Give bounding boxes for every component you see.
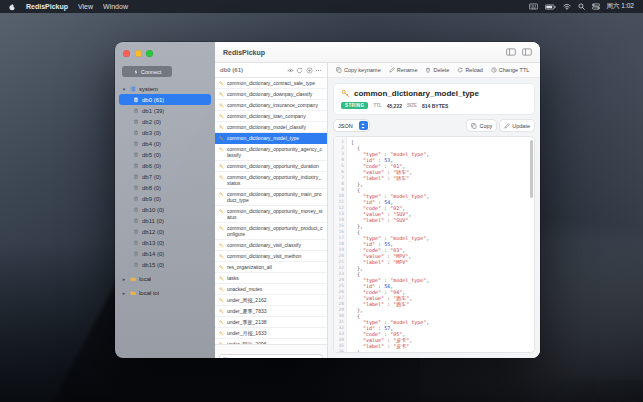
sidebar-db-db9[interactable]: db9 (0) xyxy=(119,193,211,204)
key-list-item[interactable]: tasks xyxy=(215,273,327,284)
key-detail-panel: Copy keynameRenameDeleteReloadChange TTL… xyxy=(328,63,540,358)
key-list-item-label: common_dictionary_loan_company xyxy=(227,113,306,119)
key-list-item[interactable]: under_周报_2162 xyxy=(215,295,327,306)
key-list-item[interactable]: common_dictionary_visit_classify xyxy=(215,240,327,251)
db-label: db2 (0) xyxy=(142,119,161,125)
key-list-item-label: common_dictionary_opportunity_main_produ… xyxy=(227,191,323,203)
key-list-item[interactable]: common_dictionary_contract_sale_type xyxy=(215,78,327,89)
db-label: db11 (0) xyxy=(142,218,164,224)
refresh-icon[interactable] xyxy=(296,67,303,74)
filter-input[interactable] xyxy=(219,354,323,358)
key-list-item[interactable]: common_dictionary_insurance_company xyxy=(215,100,327,111)
copy-value-button[interactable]: Copy xyxy=(467,120,496,131)
key-list-item[interactable]: common_dictionary_visit_methon xyxy=(215,251,327,262)
rename-button[interactable]: Rename xyxy=(389,67,418,73)
sidebar-db-db5[interactable]: db5 (0) xyxy=(119,149,211,160)
menubar-clock[interactable]: 周六 1:02 xyxy=(607,2,634,11)
sidebar-db-db8[interactable]: db8 (0) xyxy=(119,182,211,193)
reload-button[interactable]: Reload xyxy=(457,67,482,73)
editor-scrollbar[interactable] xyxy=(530,140,533,198)
editor-code[interactable]: [ { "type" : "model_type", "id" : 53, "c… xyxy=(347,137,534,352)
format-select[interactable]: JSON xyxy=(334,120,369,131)
key-icon xyxy=(219,276,224,281)
search-icon[interactable] xyxy=(578,3,585,10)
trash-icon xyxy=(425,67,431,73)
key-list-item[interactable]: common_dictionary_opportunity_main_produ… xyxy=(215,189,327,206)
sidebar-db-db7[interactable]: db7 (0) xyxy=(119,171,211,182)
minimize-window-button[interactable] xyxy=(135,50,142,57)
database-icon xyxy=(133,152,139,158)
sidebar-db-db11[interactable]: db11 (0) xyxy=(119,215,211,226)
sidebar-db-db2[interactable]: db2 (0) xyxy=(119,116,211,127)
database-icon xyxy=(133,229,139,235)
pencil-icon xyxy=(389,67,395,73)
disclosure-collapsed-icon[interactable]: ▸ xyxy=(121,290,127,296)
key-list-item[interactable]: under_月报_1633 xyxy=(215,328,327,339)
sidebar-db-db6[interactable]: db6 (0) xyxy=(119,160,211,171)
sidebar-connection-local[interactable]: ▸local xyxy=(115,273,215,284)
control-center-icon[interactable] xyxy=(592,3,600,10)
menubar: RedisPickup View Window 周六 1:02 xyxy=(0,0,643,13)
sidebar-connection-system[interactable]: ▾system xyxy=(115,83,215,94)
key-list-item[interactable]: common_dictionary_opportunity_industry_s… xyxy=(215,172,327,189)
key-list-item[interactable]: common_dictionary_model_type xyxy=(215,133,327,144)
menubar-menu-view[interactable]: View xyxy=(78,3,93,10)
key-list-item[interactable]: under_夏季_7833 xyxy=(215,306,327,317)
sidebar-db-db1[interactable]: db1 (39) xyxy=(119,105,211,116)
key-list-item-label: common_dictionary_downpay_classify xyxy=(227,91,312,97)
desktop: RedisPickup View Window 周六 1:02 Connect … xyxy=(0,0,643,402)
sidebar-db-db0[interactable]: db0 (61) xyxy=(119,94,211,105)
key-list-item[interactable]: common_dictionary_opportunity_money_stat… xyxy=(215,206,327,223)
more-icon[interactable] xyxy=(315,67,322,74)
menubar-menu-window[interactable]: Window xyxy=(103,3,128,10)
sidebar-db-db10[interactable]: db10 (0) xyxy=(119,204,211,215)
keyboard-icon[interactable] xyxy=(529,3,538,10)
sidebar-db-db4[interactable]: db4 (0) xyxy=(119,138,211,149)
key-list-item[interactable]: unacked_mutex xyxy=(215,284,327,295)
key-list-item[interactable]: res_organization_all xyxy=(215,262,327,273)
sidebar-db-db14[interactable]: db14 (0) xyxy=(119,248,211,259)
db-label: db4 (0) xyxy=(142,141,161,147)
add-key-icon[interactable] xyxy=(306,67,313,74)
key-list-item-label: unacked_mutex xyxy=(227,286,262,292)
database-icon xyxy=(133,262,139,268)
toggle-panel-icon[interactable] xyxy=(522,48,532,56)
sidebar-db-db12[interactable]: db12 (0) xyxy=(119,226,211,237)
key-list-item[interactable]: common_dictionary_opportunity_duration xyxy=(215,161,327,172)
sidebar-connection-local-iot[interactable]: ▸local iot xyxy=(115,287,215,298)
toolbar-button-label: Reload xyxy=(465,67,482,73)
change-ttl-button[interactable]: Change TTL xyxy=(491,67,529,73)
key-icon xyxy=(219,320,224,325)
key-list-item[interactable]: common_dictionary_downpay_classify xyxy=(215,89,327,100)
key-icon xyxy=(219,114,224,119)
key-list-item[interactable]: common_dictionary_opportunity_agency_cla… xyxy=(215,144,327,161)
menubar-left: RedisPickup View Window xyxy=(9,3,128,11)
zoom-window-button[interactable] xyxy=(146,50,153,57)
key-list-item[interactable]: under_季度_2138 xyxy=(215,317,327,328)
sidebar-db-db15[interactable]: db15 (0) xyxy=(119,259,211,270)
update-value-button[interactable]: Update xyxy=(500,120,534,131)
key-list-item[interactable]: common_dictionary_opportunity_product_co… xyxy=(215,223,327,240)
key-list-item[interactable]: common_dictionary_model_classify xyxy=(215,122,327,133)
apple-menu-icon[interactable] xyxy=(9,3,16,11)
disclosure-expanded-icon[interactable]: ▾ xyxy=(121,86,127,92)
delete-button[interactable]: Delete xyxy=(425,67,449,73)
sidebar-db-db3[interactable]: db3 (0) xyxy=(119,127,211,138)
window-titlebar[interactable]: RedisPickup xyxy=(215,42,540,63)
db-label: db6 (0) xyxy=(142,163,161,169)
copy-keyname-button[interactable]: Copy keyname xyxy=(336,67,381,73)
wifi-icon[interactable] xyxy=(563,3,571,10)
key-card: common_dictionary_model_type STRING TTL … xyxy=(334,84,534,114)
sidebar-db-db13[interactable]: db13 (0) xyxy=(119,237,211,248)
connect-button[interactable]: Connect xyxy=(122,66,172,77)
database-icon xyxy=(133,218,139,224)
key-icon xyxy=(219,287,224,292)
close-window-button[interactable] xyxy=(123,50,130,57)
eye-icon[interactable] xyxy=(287,67,294,74)
disclosure-collapsed-icon[interactable]: ▸ xyxy=(121,276,127,282)
toggle-sidebar-icon[interactable] xyxy=(506,48,516,56)
key-list-item[interactable]: common_dictionary_loan_company xyxy=(215,111,327,122)
menubar-app-name[interactable]: RedisPickup xyxy=(26,3,68,10)
value-editor[interactable]: 1234567891011121314151617181920212223242… xyxy=(334,137,534,352)
battery-icon[interactable] xyxy=(545,4,556,10)
